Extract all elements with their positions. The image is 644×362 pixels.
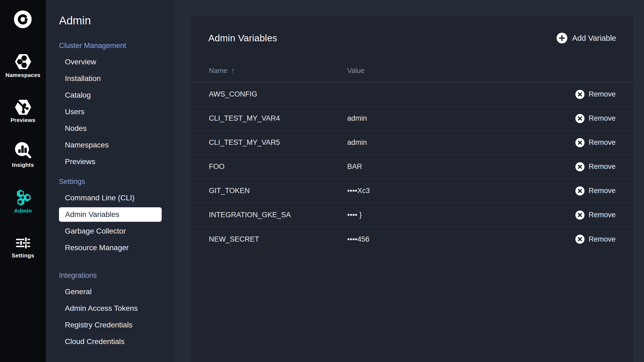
sidebar-item-command-line-cli[interactable]: Command Line (CLI) [46,190,175,206]
remove-button[interactable]: Remove [575,235,616,244]
name-column-label: Name [209,67,227,75]
variable-name: CLI_TEST_MY_VAR5 [209,138,347,147]
remove-button[interactable]: Remove [575,90,616,99]
remove-label: Remove [589,187,616,195]
table-row: CLI_TEST_MY_VAR5 admin Remove [191,131,633,155]
sidebar-title: Admin [46,0,175,29]
sidebar-item-nodes[interactable]: Nodes [46,120,175,137]
previews-icon [15,99,31,115]
sidebar-item-catalog[interactable]: Catalog [46,87,175,104]
variable-value: admin [347,114,575,123]
table-header: Name ↑ Value [191,66,633,82]
x-circle-icon [575,210,584,220]
namespaces-icon [15,54,31,69]
remove-button[interactable]: Remove [575,138,616,147]
remove-label: Remove [589,90,616,98]
table-row: INTEGRATION_GKE_SA •••• } Remove [191,203,633,227]
sidebar-item-cloud-credentials[interactable]: Cloud Credentials [46,333,175,350]
x-circle-icon [575,186,584,195]
rail-item-label: Insights [12,162,34,168]
plus-circle-icon [557,33,567,43]
rail-item-settings[interactable]: Settings [0,237,46,259]
variable-value: admin [347,138,575,147]
x-circle-icon [575,235,584,244]
icon-rail: Namespaces Previews Insights [0,0,46,362]
page-title: Admin Variables [208,32,277,45]
column-header-name[interactable]: Name ↑ [209,67,347,75]
integrations-list: General Admin Access Tokens Registry Cre… [46,283,175,350]
x-circle-icon [575,138,584,147]
variable-value: ••••456 [347,235,575,243]
insights-icon [14,142,32,158]
x-circle-icon [575,114,584,123]
section-header-integrations: Integrations [59,271,175,280]
sort-ascending-icon: ↑ [231,67,235,75]
sidebar-item-registry-credentials[interactable]: Registry Credentials [46,317,175,333]
table-row: AWS_CONFIG Remove [191,82,633,106]
settings-list: Command Line (CLI) Admin Variables Garba… [46,190,175,256]
variables-table: AWS_CONFIG Remove CLI_TEST_MY_VAR4 admin… [191,82,633,251]
settings-sliders-icon [16,237,30,249]
sidebar-item-overview[interactable]: Overview [46,54,175,70]
table-row: NEW_SECRET ••••456 Remove [191,227,633,251]
add-variable-button[interactable]: Add Variable [557,33,616,43]
variable-name: FOO [209,162,347,171]
admin-icon [14,189,32,206]
variable-value: ••••Xc3 [347,187,575,195]
rail-item-insights[interactable]: Insights [0,142,46,168]
rail-item-label: Settings [12,252,34,259]
value-column-label: Value [347,67,365,75]
rail-item-label: Namespaces [5,72,40,78]
sidebar-item-previews[interactable]: Previews [46,153,175,170]
rail-item-namespaces[interactable]: Namespaces [0,54,46,78]
remove-button[interactable]: Remove [575,162,616,171]
table-row: FOO BAR Remove [191,155,633,179]
column-header-value[interactable]: Value [347,67,616,75]
remove-label: Remove [589,162,616,171]
sidebar-item-users[interactable]: Users [46,104,175,120]
admin-variables-page: { "colors": { "accent_teal": "#14d2c5", … [0,0,644,362]
variable-name: AWS_CONFIG [209,90,347,98]
rail-item-admin[interactable]: Admin [0,189,46,214]
section-header-cluster-management: Cluster Management [59,41,175,50]
remove-label: Remove [589,114,616,123]
remove-label: Remove [589,235,616,243]
sidebar-item-resource-manager[interactable]: Resource Manager [46,239,175,256]
sidebar-item-general[interactable]: General [46,283,175,300]
rail-item-previews[interactable]: Previews [0,99,46,123]
variable-name: CLI_TEST_MY_VAR4 [209,114,347,123]
rail-item-label: Previews [10,117,35,123]
variable-name: GIT_TOKEN [209,187,347,195]
sidebar-item-namespaces[interactable]: Namespaces [46,137,175,153]
cluster-management-list: Overview Installation Catalog Users Node… [46,54,175,170]
remove-button[interactable]: Remove [575,186,616,195]
add-variable-label: Add Variable [572,34,616,43]
admin-variables-card: Admin Variables Add Variable Name ↑ Valu… [191,16,633,362]
variable-value: •••• } [347,211,575,219]
rail-item-label: Admin [14,208,32,214]
sidebar-item-admin-variables[interactable]: Admin Variables [59,207,162,222]
card-header: Admin Variables Add Variable [191,16,633,45]
admin-sidebar: Admin Cluster Management Overview Instal… [46,0,175,362]
remove-button[interactable]: Remove [575,210,616,220]
remove-label: Remove [589,211,616,219]
sidebar-item-garbage-collector[interactable]: Garbage Collector [46,223,175,239]
table-row: GIT_TOKEN ••••Xc3 Remove [191,179,633,203]
section-header-settings: Settings [59,177,175,186]
table-row: CLI_TEST_MY_VAR4 admin Remove [191,106,633,131]
variable-value: BAR [347,162,575,171]
x-circle-icon [575,162,584,171]
remove-button[interactable]: Remove [575,114,616,123]
sidebar-item-installation[interactable]: Installation [46,70,175,87]
remove-label: Remove [589,138,616,147]
variable-name: NEW_SECRET [209,235,347,243]
sidebar-item-admin-access-tokens[interactable]: Admin Access Tokens [46,300,175,317]
okteto-logo-icon[interactable] [14,10,32,28]
x-circle-icon [575,90,584,99]
variable-name: INTEGRATION_GKE_SA [209,211,347,219]
